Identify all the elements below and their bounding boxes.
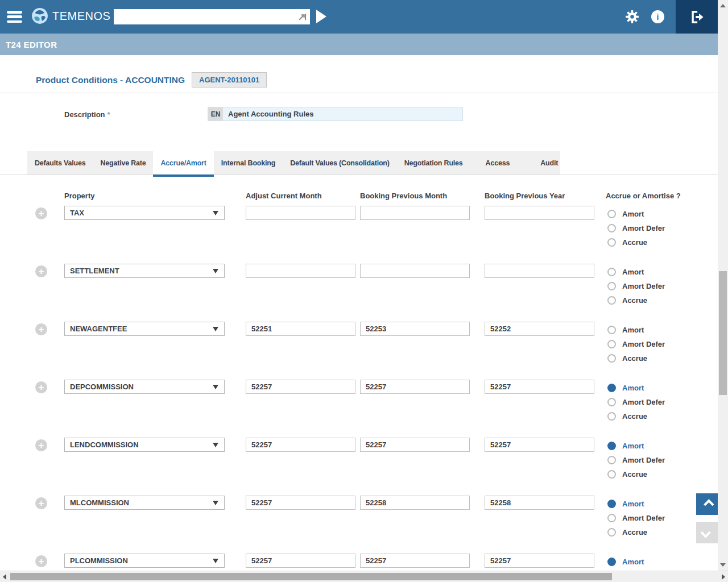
add-row-button[interactable]: + xyxy=(35,381,47,393)
command-search-input[interactable] xyxy=(114,9,310,24)
radio-label: Accrue xyxy=(622,528,647,537)
radio-amort-defer[interactable]: Amort Defer xyxy=(607,395,665,409)
adjust-current-month-input[interactable] xyxy=(246,496,355,510)
booking-previous-year-input[interactable] xyxy=(485,438,594,452)
radio-amort-defer[interactable]: Amort Defer xyxy=(607,279,665,293)
booking-previous-month-input[interactable] xyxy=(360,380,470,394)
sign-off-button[interactable] xyxy=(676,0,718,34)
scroll-to-top-button[interactable] xyxy=(696,493,718,515)
booking-previous-month-input[interactable] xyxy=(360,206,470,220)
booking-previous-year-input[interactable] xyxy=(485,322,594,336)
info-icon[interactable]: i xyxy=(651,10,664,23)
radio-amort[interactable]: Amort xyxy=(607,207,665,221)
language-tag: EN xyxy=(208,107,223,120)
chevron-down-icon xyxy=(700,527,710,538)
plus-icon: + xyxy=(39,498,44,508)
adjust-current-month-input[interactable] xyxy=(246,554,355,568)
add-row-button[interactable]: + xyxy=(35,497,47,509)
booking-previous-month-input[interactable] xyxy=(360,322,470,336)
run-command-button[interactable] xyxy=(316,10,326,23)
tab-label: Default Values (Consolidation) xyxy=(290,159,390,167)
radio-circle xyxy=(607,282,616,290)
radio-amort[interactable]: Amort xyxy=(607,265,665,279)
booking-previous-year-input[interactable] xyxy=(485,380,594,394)
tab-default-values-consolidation[interactable]: Default Values (Consolidation) xyxy=(283,151,397,174)
radio-amort-defer[interactable]: Amort Defer xyxy=(607,453,665,467)
adjust-current-month-input[interactable] xyxy=(246,380,355,394)
plus-icon: + xyxy=(39,556,44,566)
radio-amort[interactable]: Amort xyxy=(607,497,665,511)
radio-accrue[interactable]: Accrue xyxy=(607,235,665,250)
tab-defaults-values[interactable]: Defaults Values xyxy=(27,151,93,174)
adjust-current-month-input[interactable] xyxy=(246,264,355,278)
property-dropdown[interactable]: TAX xyxy=(64,206,225,220)
sign-out-icon xyxy=(688,9,705,26)
property-row: + SETTLEMENT Amort Amort Defer Accrue xyxy=(0,261,718,319)
radio-label: Amort xyxy=(622,558,644,566)
property-dropdown[interactable]: PLCOMMISSION xyxy=(64,554,225,568)
radio-circle xyxy=(607,470,616,479)
tab-negative-rate[interactable]: Negative Rate xyxy=(93,151,153,174)
add-row-button[interactable]: + xyxy=(35,555,47,567)
vertical-scrollbar[interactable] xyxy=(718,0,728,571)
tab-negotiation-rules[interactable]: Negotiation Rules xyxy=(397,151,470,174)
vertical-scrollbar-thumb[interactable] xyxy=(719,271,727,395)
record-id-badge: AGENT-20110101 xyxy=(192,72,267,88)
tab-label: Access xyxy=(486,159,510,167)
booking-previous-year-input[interactable] xyxy=(485,264,594,278)
radio-amort-defer[interactable]: Amort Defer xyxy=(607,221,665,235)
booking-previous-month-input[interactable] xyxy=(360,264,470,278)
booking-previous-month-input[interactable] xyxy=(360,496,470,510)
radio-amort[interactable]: Amort xyxy=(607,555,665,569)
scrollbar-right-arrow-icon[interactable] xyxy=(722,574,725,580)
adjust-current-month-input[interactable] xyxy=(246,438,355,452)
scrollbar-down-arrow-icon[interactable] xyxy=(720,563,726,567)
settings-gear-icon[interactable] xyxy=(625,10,639,26)
property-dropdown[interactable]: MLCOMMISSION xyxy=(64,496,225,510)
tab-accrue-amort[interactable]: Accrue/Amort xyxy=(153,151,213,174)
tab-internal-booking[interactable]: Internal Booking xyxy=(214,151,283,174)
booking-previous-year-input[interactable] xyxy=(485,206,594,220)
radio-accrue[interactable]: Accrue xyxy=(607,293,665,307)
add-row-button[interactable]: + xyxy=(35,207,47,219)
scroll-to-bottom-button[interactable] xyxy=(696,522,718,543)
radio-accrue[interactable]: Accrue xyxy=(607,409,665,423)
add-row-button[interactable]: + xyxy=(35,439,47,451)
radio-amort[interactable]: Amort xyxy=(607,323,665,337)
booking-previous-year-input[interactable] xyxy=(485,496,594,510)
radio-accrue[interactable]: Accrue xyxy=(607,351,665,365)
description-input[interactable] xyxy=(223,107,462,120)
radio-label: Accrue xyxy=(622,354,647,363)
radio-amort-defer[interactable]: Amort Defer xyxy=(607,337,665,351)
radio-circle xyxy=(607,384,616,392)
scrollbar-up-arrow-icon[interactable] xyxy=(720,4,726,7)
menu-icon[interactable] xyxy=(7,11,22,23)
add-row-button[interactable]: + xyxy=(35,323,47,335)
property-dropdown[interactable]: DEPCOMMISSION xyxy=(64,380,225,394)
property-dropdown[interactable]: LENDCOMMISSION xyxy=(64,438,225,452)
radio-accrue[interactable]: Accrue xyxy=(607,525,665,539)
property-dropdown[interactable]: SETTLEMENT xyxy=(64,264,225,278)
radio-circle xyxy=(607,412,616,421)
horizontal-scrollbar-thumb[interactable] xyxy=(10,573,612,580)
booking-previous-month-input[interactable] xyxy=(360,554,470,568)
horizontal-scrollbar[interactable] xyxy=(0,571,728,582)
property-dropdown[interactable]: NEWAGENTFEE xyxy=(64,322,225,336)
column-header-booking-previous-year: Booking Previous Year xyxy=(485,192,565,200)
editor-content: Product Conditions - ACCOUNTING AGENT-20… xyxy=(0,55,718,571)
scrollbar-left-arrow-icon[interactable] xyxy=(3,574,6,580)
adjust-current-month-input[interactable] xyxy=(246,206,355,220)
radio-amort[interactable]: Amort xyxy=(607,439,665,453)
booking-previous-month-input[interactable] xyxy=(360,438,470,452)
radio-amort-defer[interactable]: Amort Defer xyxy=(607,511,665,525)
adjust-current-month-input[interactable] xyxy=(246,322,355,336)
tab-audit[interactable]: Audit xyxy=(525,151,573,174)
radio-accrue[interactable]: Accrue xyxy=(607,467,665,481)
radio-label: Amort xyxy=(622,326,644,334)
plus-icon: + xyxy=(39,209,44,218)
tab-access[interactable]: Access xyxy=(470,151,526,174)
booking-previous-year-input[interactable] xyxy=(485,554,594,568)
add-row-button[interactable]: + xyxy=(35,265,47,277)
radio-amort[interactable]: Amort xyxy=(607,381,665,395)
goto-arrow-icon[interactable] xyxy=(297,12,307,22)
